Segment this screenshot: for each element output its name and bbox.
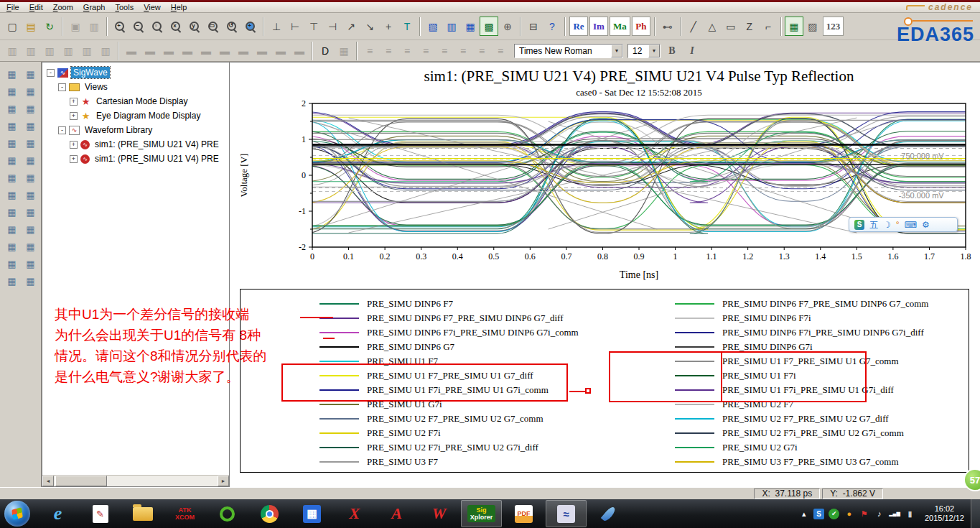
palette-grid-6[interactable]: ▦ bbox=[22, 101, 39, 116]
pdf-app[interactable]: PDF bbox=[503, 500, 544, 527]
update-tray-icon[interactable]: ● bbox=[844, 509, 854, 519]
open-file[interactable]: ▤ bbox=[22, 17, 40, 36]
menu-view[interactable]: View bbox=[139, 2, 166, 13]
volume-tray-icon[interactable]: ♪ bbox=[874, 509, 885, 519]
palette-grid-20[interactable]: ▦ bbox=[22, 221, 39, 237]
mode-cartesian[interactable]: ▧ bbox=[424, 17, 442, 36]
internet-explorer[interactable]: e bbox=[37, 500, 78, 527]
tree-item-waveform-library[interactable]: -∿Waveform Library bbox=[42, 123, 229, 137]
grid-app[interactable]: ▦ bbox=[291, 500, 332, 527]
security-tray-icon[interactable]: ✔ bbox=[829, 509, 839, 519]
zoom-window[interactable]: ▫ bbox=[148, 17, 167, 36]
palette-grid-15[interactable]: ▦ bbox=[4, 187, 20, 203]
flag-tray-icon[interactable]: ⚑ bbox=[859, 509, 869, 519]
marker-right[interactable]: ⊣ bbox=[323, 17, 342, 36]
palette-grid-11[interactable]: ▦ bbox=[4, 152, 20, 168]
palette-grid-21[interactable]: ▦ bbox=[4, 238, 20, 254]
collapse-icon[interactable]: - bbox=[47, 69, 55, 77]
punctuation-mode-icon[interactable]: ° bbox=[896, 221, 900, 229]
export-plot[interactable]: ↻ bbox=[40, 17, 59, 36]
tree-item-views[interactable]: -Views bbox=[42, 80, 229, 94]
tree-item-eye-diagram-mode-display[interactable]: +★Eye Diagram Mode Display bbox=[42, 108, 229, 123]
palette-grid-3[interactable]: ▦ bbox=[4, 83, 20, 99]
draw-line[interactable]: ╱ bbox=[684, 17, 703, 36]
zoom-y[interactable]: y bbox=[185, 17, 204, 36]
palette-grid-23[interactable]: ▦ bbox=[4, 256, 20, 272]
zoom-fit[interactable]: ▭ bbox=[204, 17, 223, 36]
start-button[interactable] bbox=[4, 501, 30, 527]
palette-grid-19[interactable]: ▦ bbox=[4, 221, 20, 237]
palette-grid-7[interactable]: ▦ bbox=[4, 118, 20, 134]
sogou-tray-icon[interactable]: S bbox=[813, 509, 824, 519]
zoom-x[interactable]: x bbox=[167, 17, 185, 36]
bold-button[interactable]: B bbox=[663, 42, 681, 60]
palette-grid-13[interactable]: ▦ bbox=[4, 170, 20, 185]
font-family-select[interactable]: Times New Roman ▼ bbox=[514, 44, 623, 58]
print[interactable]: ⊟ bbox=[524, 17, 543, 36]
sogou-ime-bar[interactable]: S五☽°⌨⚙ bbox=[849, 217, 958, 232]
tree-item-sim1-pre-simu-u21-v4-pre[interactable]: +∿sim1: (PRE_SIMU U21 V4) PRE bbox=[42, 137, 229, 152]
chevron-down-icon[interactable]: ▼ bbox=[611, 45, 622, 57]
palette-grid-22[interactable]: ▦ bbox=[22, 238, 39, 254]
file-explorer[interactable] bbox=[122, 500, 163, 527]
marker-top[interactable]: ⊤ bbox=[304, 17, 323, 36]
palette-grid-17[interactable]: ▦ bbox=[4, 204, 20, 220]
show-desktop-button[interactable] bbox=[971, 499, 980, 528]
palette-grid-25[interactable]: ▦ bbox=[4, 273, 20, 289]
zoom-select[interactable]: + bbox=[241, 17, 260, 36]
wave-tool[interactable]: ≈ bbox=[546, 500, 587, 527]
palette-grid-14[interactable]: ▦ bbox=[22, 170, 39, 185]
draw-step[interactable]: ⌐ bbox=[759, 17, 778, 36]
real-part[interactable]: Re bbox=[569, 17, 588, 36]
tree-item-sigwave[interactable]: -∿SigWave bbox=[42, 65, 229, 80]
scroll-track[interactable] bbox=[54, 476, 218, 486]
expand-icon[interactable]: + bbox=[70, 155, 78, 163]
eye-diagram-plot[interactable]: sim1: (PRE_SIMU U21 V4) PRE_SIMU U21 V4 … bbox=[230, 62, 980, 287]
menu-zoom[interactable]: Zoom bbox=[48, 2, 78, 13]
draw-zigzag[interactable]: Z bbox=[740, 17, 759, 36]
feather-app[interactable] bbox=[588, 500, 629, 527]
palette-grid-4[interactable]: ▦ bbox=[22, 83, 39, 99]
palette-grid-26[interactable]: ▦ bbox=[22, 273, 39, 289]
palette-grid-16[interactable]: ▦ bbox=[22, 187, 39, 203]
marker-left[interactable]: ⊢ bbox=[286, 17, 304, 36]
expand-icon[interactable]: + bbox=[70, 141, 78, 149]
palette-grid-24[interactable]: ▦ bbox=[22, 256, 39, 272]
mode-polar[interactable]: ⊕ bbox=[498, 17, 517, 36]
network-tray-icon[interactable]: ▂▄▆ bbox=[889, 509, 900, 519]
expand-icon[interactable]: + bbox=[70, 98, 78, 106]
zoom-previous[interactable]: ↺ bbox=[223, 17, 241, 36]
red-app-1[interactable]: X bbox=[334, 500, 375, 527]
marker-bottom[interactable]: ⊥ bbox=[267, 17, 286, 36]
magnitude[interactable]: Ma bbox=[610, 17, 630, 36]
mode-strip[interactable]: ▥ bbox=[442, 17, 461, 36]
red-app-2[interactable]: A bbox=[376, 500, 417, 527]
marker-cross[interactable]: + bbox=[379, 17, 398, 36]
palette-grid-10[interactable]: ▦ bbox=[22, 135, 39, 151]
atk-xcom[interactable]: ATKXCOM bbox=[164, 500, 205, 527]
hatch-display[interactable]: ▨ bbox=[803, 17, 822, 36]
help[interactable]: ? bbox=[543, 17, 561, 36]
palette-grid-18[interactable]: ▦ bbox=[22, 204, 39, 220]
menu-tools[interactable]: Tools bbox=[110, 2, 139, 13]
new-file[interactable]: ▢ bbox=[3, 17, 22, 36]
italic-button[interactable]: I bbox=[683, 42, 701, 60]
expand-icon[interactable]: + bbox=[70, 112, 78, 120]
collapse-icon[interactable]: - bbox=[58, 126, 66, 134]
sig-xplorer[interactable]: SigXplorer bbox=[461, 500, 502, 527]
draw-rect[interactable]: ▭ bbox=[722, 17, 740, 36]
power-tray-icon[interactable]: ▮ bbox=[905, 509, 915, 519]
collapse-icon[interactable]: - bbox=[58, 83, 66, 91]
grid-display[interactable]: ▦ bbox=[785, 17, 803, 36]
sample-numbers[interactable]: 123 bbox=[823, 17, 844, 36]
scroll-right-button[interactable]: ► bbox=[218, 476, 229, 486]
draw-triangle[interactable]: △ bbox=[703, 17, 722, 36]
palette-grid-8[interactable]: ▦ bbox=[22, 118, 39, 134]
scroll-left-button[interactable]: ◄ bbox=[42, 476, 54, 486]
scroll-thumb[interactable] bbox=[55, 476, 107, 486]
marker-slope-up[interactable]: ↗ bbox=[342, 17, 360, 36]
palette-grid-5[interactable]: ▦ bbox=[4, 101, 20, 116]
menu-file[interactable]: File bbox=[1, 2, 24, 13]
palette-grid-1[interactable]: ▦ bbox=[4, 66, 20, 82]
taskbar-clock[interactable]: 16:02 2015/12/12 bbox=[918, 504, 971, 523]
